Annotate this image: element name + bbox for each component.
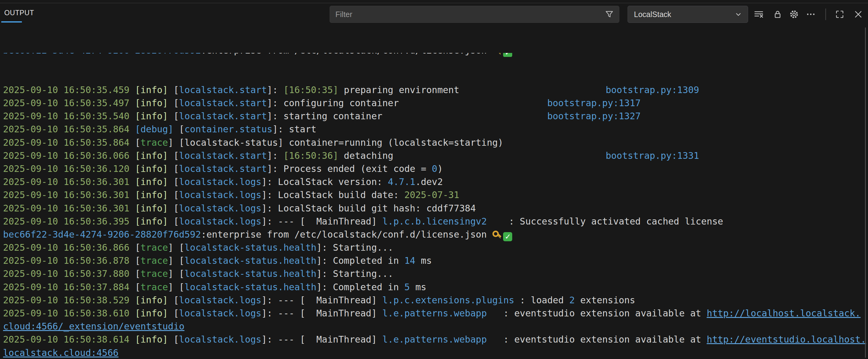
gear-button[interactable] [787,7,801,22]
log-text: 2025-09-10 16:50:38.529 [3,295,135,305]
log-text: bec66f22-3d4e-4274-9206-28820f76d592 [3,53,201,56]
log-text: [ [174,163,179,174]
log-text: 14 [404,255,415,266]
log-line: 2025-09-10 16:50:38.614 [info] [localsta… [0,333,868,346]
log-text: localstack.start [179,85,267,95]
log-text: localstack.logs [179,295,261,305]
log-text: extensions [575,295,635,305]
log-text: [16:50:36] [283,150,338,161]
log-text: ]: [267,98,283,108]
log-text: 2025-09-10 16:50:36.395 [3,216,135,227]
toolbar-separator [826,8,826,20]
log-text: [info] [135,216,173,227]
log-lines: 2025-09-10 16:50:35.459 [info] [localsta… [0,84,868,359]
log-line: 2025-09-10 16:50:36.301 [info] [localsta… [0,175,868,188]
log-text: : Successfully activated cached license [487,216,723,227]
log-text: [info] [135,163,173,174]
log-text: :enterprise from /etc/localstack/conf.d/… [201,229,492,240]
filter-input[interactable] [330,10,604,19]
log-text: ]: [261,203,278,214]
log-line: bec66f22-3d4e-4274-9206-28820f76d592:ent… [0,228,868,241]
log-text: ] [ [168,255,184,266]
log-text: l.p.c.extensions.plugins [382,295,514,305]
log-text: LocalStack build git hash: cddf77384 [278,203,476,214]
log-text: bec66f22-3d4e-4274-9206-28820f76d592 [3,229,201,240]
clear-output-button[interactable] [752,7,766,22]
log-text: 2025-09-10 16:50:35.459 [3,85,135,95]
log-line: 2025-09-10 16:50:38.529 [info] [localsta… [0,294,868,307]
log-text: --- [ MainThread] [278,295,382,305]
log-text: [ [174,190,179,200]
file-reference-link[interactable]: bootstrap.py:1331 [606,149,699,162]
log-partial-line: bec66f22-3d4e-4274-9206-28820f76d592:ent… [0,53,868,57]
log-link[interactable]: http://eventstudio.localhost. [707,334,866,345]
log-line: 2025-09-10 16:50:35.864 [debug] [contain… [0,123,868,136]
log-text: localstack.logs [179,216,261,227]
log-text: [info] [135,85,173,95]
more-icon [806,9,816,20]
log-text: localstack.logs [179,334,261,345]
log-text: ] [ [168,242,184,253]
log-line: 2025-09-10 16:50:36.878 [trace] [localst… [0,254,868,267]
log-text: [ [174,203,179,214]
log-text: [info] [135,176,173,187]
log-text: 2 [569,295,575,305]
log-link[interactable]: http://localhost.localstack. [707,308,861,319]
log-line: 2025-09-10 16:50:35.497 [info] [localsta… [0,96,868,109]
log-text: [ [135,242,140,253]
check-emoji-icon: ✓ [503,53,512,57]
log-text: :enterprise from /etc/localstack/conf.d/… [201,53,492,56]
log-link[interactable]: cloud:4566/_extension/eventstudio [3,321,184,332]
log-text: ]: Completed in [316,282,404,292]
log-text: container.status [184,124,272,134]
log-text: l.e.patterns.webapp [382,334,487,345]
log-line: 2025-09-10 16:50:36.301 [info] [localsta… [0,188,868,201]
log-text: ]: Starting... [316,242,394,253]
channel-select[interactable]: LocalStack [627,6,748,23]
log-line: 2025-09-10 16:50:36.301 [info] [localsta… [0,202,868,215]
log-text: ]: [261,308,278,319]
log-text: --- [ MainThread] [278,216,382,227]
close-panel-button[interactable] [851,7,865,22]
filter-box [330,6,619,23]
log-text: [info] [135,295,173,305]
log-text: localstack.logs [179,203,261,214]
log-text: [info] [135,308,173,319]
log-text: [info] [135,190,173,200]
scrollbar[interactable] [865,27,866,358]
log-line: 2025-09-10 16:50:35.459 [info] [localsta… [0,84,868,96]
log-text: [ [174,85,179,95]
log-text: 2025-09-10 16:50:36.878 [3,255,135,266]
log-text: 2025-09-10 16:50:37.884 [3,282,135,292]
log-text: localstack-status.health [184,255,316,266]
more-actions-button[interactable] [804,7,818,22]
log-text: --- [ MainThread] [278,308,382,319]
tab-output[interactable]: OUTPUT [4,9,34,17]
file-reference-link[interactable]: bootstrap.py:1327 [547,109,641,123]
log-text: 2025-09-10 16:50:38.610 [3,308,135,319]
log-text: [ [174,308,179,319]
log-text: localstack.start [179,163,267,174]
log-text: localstack-status.health [184,268,316,279]
log-text: trace [141,255,168,266]
lock-button[interactable] [771,7,785,22]
log-text: : eventstudio extension available at [487,334,706,345]
log-link[interactable]: localstack.cloud:4566 [3,348,118,358]
log-text: 2025-07-31 [404,190,460,200]
log-line: 2025-09-10 16:50:36.066 [info] [localsta… [0,149,868,162]
log-text: detaching [338,150,394,161]
file-reference-link[interactable]: bootstrap.py:1309 [606,84,699,96]
maximize-icon [835,9,844,19]
log-text: [info] [135,111,173,121]
file-reference-link[interactable]: bootstrap.py:1317 [547,96,641,109]
active-tab-underline [1,21,22,23]
log-text: ms [415,255,432,266]
funnel-icon[interactable] [604,9,614,19]
log-text: l.e.patterns.webapp [382,308,487,319]
maximize-panel-button[interactable] [833,7,847,22]
log-text: 2025-09-10 16:50:36.301 [3,176,135,187]
log-line: 2025-09-10 16:50:38.610 [info] [localsta… [0,307,868,320]
log-text: 2025-09-10 16:50:35.864 [3,137,135,148]
channel-select-value: LocalStack [628,10,734,19]
log-text: [ [174,216,179,227]
